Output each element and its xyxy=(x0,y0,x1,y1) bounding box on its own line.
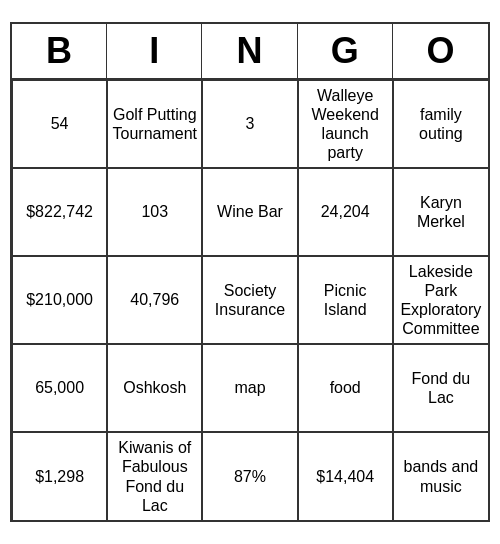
cell-r3-c4: Fond du Lac xyxy=(393,344,488,432)
cell-r4-c4: bands and music xyxy=(393,432,488,520)
cell-r3-c3: food xyxy=(298,344,393,432)
cell-text-r2-c1: 40,796 xyxy=(130,290,179,309)
cell-r4-c3: $14,404 xyxy=(298,432,393,520)
cell-text-r4-c0: $1,298 xyxy=(35,467,84,486)
header-letter-n: N xyxy=(202,24,297,78)
cell-text-r0-c4: family outing xyxy=(398,105,484,143)
cell-text-r4-c3: $14,404 xyxy=(316,467,374,486)
cell-text-r2-c0: $210,000 xyxy=(26,290,93,309)
cell-text-r1-c2: Wine Bar xyxy=(217,202,283,221)
header-letter-o: O xyxy=(393,24,488,78)
cell-r2-c4: Lakeside Park Exploratory Committee xyxy=(393,256,488,344)
cell-r3-c1: Oshkosh xyxy=(107,344,202,432)
header-letter-i: I xyxy=(107,24,202,78)
header-letter-b: B xyxy=(12,24,107,78)
cell-r2-c0: $210,000 xyxy=(12,256,107,344)
cell-text-r1-c0: $822,742 xyxy=(26,202,93,221)
cell-r1-c2: Wine Bar xyxy=(202,168,297,256)
cell-text-r0-c1: Golf Putting Tournament xyxy=(112,105,197,143)
cell-r0-c1: Golf Putting Tournament xyxy=(107,80,202,168)
cell-text-r1-c3: 24,204 xyxy=(321,202,370,221)
cell-r4-c1: Kiwanis of Fabulous Fond du Lac xyxy=(107,432,202,520)
cell-text-r2-c4: Lakeside Park Exploratory Committee xyxy=(398,262,484,339)
cell-text-r3-c3: food xyxy=(330,378,361,397)
cell-r1-c1: 103 xyxy=(107,168,202,256)
cell-r0-c2: 3 xyxy=(202,80,297,168)
cell-text-r0-c0: 54 xyxy=(51,114,69,133)
cell-text-r1-c4: Karyn Merkel xyxy=(398,193,484,231)
cell-r3-c0: 65,000 xyxy=(12,344,107,432)
bingo-card: BINGO 54Golf Putting Tournament3Walleye … xyxy=(10,22,490,522)
cell-text-r2-c2: Society Insurance xyxy=(207,281,292,319)
cell-text-r3-c0: 65,000 xyxy=(35,378,84,397)
bingo-grid: 54Golf Putting Tournament3Walleye Weeken… xyxy=(12,80,488,520)
cell-text-r0-c2: 3 xyxy=(246,114,255,133)
cell-r4-c2: 87% xyxy=(202,432,297,520)
cell-r2-c2: Society Insurance xyxy=(202,256,297,344)
cell-text-r3-c1: Oshkosh xyxy=(123,378,186,397)
cell-r4-c0: $1,298 xyxy=(12,432,107,520)
cell-r3-c2: map xyxy=(202,344,297,432)
cell-r2-c1: 40,796 xyxy=(107,256,202,344)
cell-text-r3-c4: Fond du Lac xyxy=(398,369,484,407)
cell-r1-c3: 24,204 xyxy=(298,168,393,256)
bingo-header: BINGO xyxy=(12,24,488,80)
cell-text-r4-c4: bands and music xyxy=(398,457,484,495)
cell-r1-c4: Karyn Merkel xyxy=(393,168,488,256)
cell-r0-c0: 54 xyxy=(12,80,107,168)
cell-r1-c0: $822,742 xyxy=(12,168,107,256)
cell-text-r1-c1: 103 xyxy=(141,202,168,221)
cell-r0-c3: Walleye Weekend launch party xyxy=(298,80,393,168)
cell-text-r4-c2: 87% xyxy=(234,467,266,486)
cell-r2-c3: Picnic Island xyxy=(298,256,393,344)
cell-r0-c4: family outing xyxy=(393,80,488,168)
cell-text-r2-c3: Picnic Island xyxy=(303,281,388,319)
cell-text-r3-c2: map xyxy=(234,378,265,397)
cell-text-r0-c3: Walleye Weekend launch party xyxy=(303,86,388,163)
cell-text-r4-c1: Kiwanis of Fabulous Fond du Lac xyxy=(112,438,197,515)
header-letter-g: G xyxy=(298,24,393,78)
